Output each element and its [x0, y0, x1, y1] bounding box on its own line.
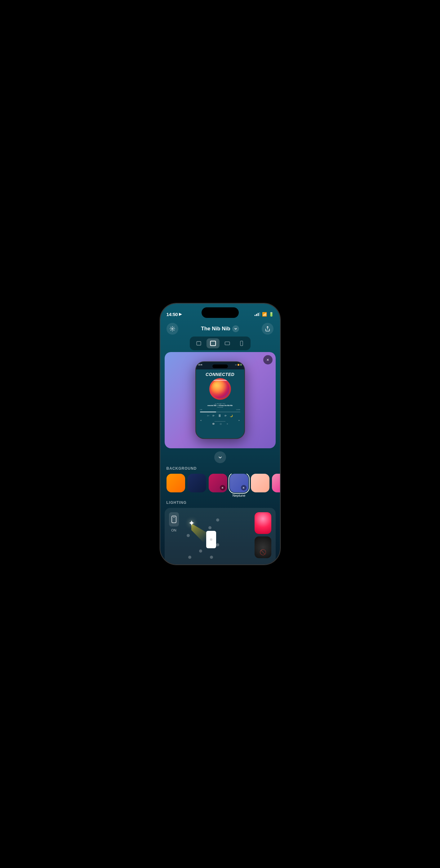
- mini-device-button: [210, 538, 212, 541]
- no-lighting-icon: 🚫: [260, 549, 266, 556]
- layout-tab-small[interactable]: [192, 338, 205, 348]
- battery-icon: 🔋: [269, 312, 274, 317]
- layout-tab-phone[interactable]: [235, 338, 248, 348]
- svg-rect-2: [197, 341, 201, 345]
- swatch-wrap-pink: [272, 474, 280, 497]
- mockup-status-bar: 20:45 ▪▪▪ 📶 🔋: [198, 364, 242, 366]
- swatch-orange[interactable]: [167, 474, 185, 492]
- phone-screen: 14:50 ▶ 📶 🔋: [160, 304, 280, 564]
- dot-6: [188, 556, 191, 559]
- location-icon: ▶: [179, 312, 182, 316]
- swatch-sun-icon: ☀: [220, 485, 226, 491]
- mockup-rewind-icon: ⟳: [212, 414, 214, 417]
- mockup-action-icons: 💬 ⊡ ≡: [212, 423, 228, 425]
- swatch-neptune-label: Neptune: [233, 494, 245, 497]
- time-display: 14:50: [167, 312, 178, 317]
- status-icons: 📶 🔋: [255, 312, 274, 317]
- wifi-icon: 📶: [262, 312, 267, 317]
- light-source-icon: ✦: [188, 519, 195, 528]
- header: The Nib Nib: [160, 320, 280, 337]
- lighting-color-none[interactable]: 🚫: [255, 536, 271, 558]
- mockup-time: 20:45: [198, 364, 202, 366]
- lighting-color-red[interactable]: [255, 512, 271, 534]
- mockup-controls: 1× ⟳ ⏸ ⟳ 🌙: [207, 413, 233, 418]
- mockup-show-title: CONNECTED: [206, 372, 234, 377]
- swatch-peach[interactable]: [251, 474, 269, 492]
- swatch-wrap-dark-blue: [188, 474, 206, 497]
- swatch-wrap-neptune: ☀ Neptune: [230, 474, 248, 497]
- close-preview-button[interactable]: ×: [263, 355, 273, 365]
- swatch-pink[interactable]: [272, 474, 280, 492]
- mockup-captions-icon: 💬: [212, 423, 215, 425]
- swatch-wrap-magenta: ☀: [209, 474, 227, 497]
- lighting-device-icon: [169, 512, 179, 527]
- lighting-toggle-group: ON: [169, 512, 179, 562]
- mockup-app-content: CONNECTED 26 JANUARY 2022 nnected 382 — …: [196, 369, 244, 438]
- mockup-track-info: 26 JANUARY 2022 nnected 382 — It Does th…: [206, 402, 234, 408]
- mockup-speed-icon: 1×: [207, 415, 209, 416]
- mockup-forward-icon: ⟳: [225, 414, 227, 417]
- swatch-dark-blue[interactable]: [188, 474, 206, 492]
- dot-2: [208, 526, 211, 529]
- content-area: × 20:45 ▪▪▪ 📶 🔋 CONNECTED: [160, 352, 280, 564]
- dot-4: [216, 543, 219, 547]
- share-button[interactable]: [262, 323, 273, 335]
- mockup-bottom-controls: ◄ ⎯⎯⎯⎯⎯⎯⎯ ►: [200, 419, 240, 422]
- lighting-color-options: 🚫: [255, 512, 271, 562]
- mockup-progress-bar: [200, 412, 240, 412]
- swatch-wrap-orange: [167, 474, 185, 497]
- swatch-wrap-peach: [251, 474, 269, 497]
- restaurant-name: The Nib Nib: [201, 326, 230, 332]
- dot-7: [210, 556, 213, 559]
- signal-icon: [255, 312, 260, 316]
- lighting-label: LIGHTING: [160, 500, 280, 505]
- mockup-artwork: [209, 378, 231, 400]
- background-swatches: ☀ ☀ Neptune: [160, 474, 280, 497]
- lighting-canvas: ✦: [182, 512, 251, 562]
- lighting-panel: ON ✦: [165, 508, 276, 564]
- dot-5: [199, 550, 202, 553]
- mini-device-mockup: [206, 531, 216, 548]
- dropdown-button[interactable]: [232, 326, 239, 332]
- svg-point-0: [171, 328, 173, 330]
- power-button[interactable]: [280, 360, 281, 384]
- svg-rect-4: [225, 342, 230, 345]
- svg-rect-5: [240, 341, 243, 346]
- mockup-phone: 20:45 ▪▪▪ 📶 🔋 CONNECTED: [195, 361, 245, 439]
- swatch-neptune[interactable]: ☀: [230, 474, 248, 492]
- mockup-status-icons: ▪▪▪ 📶 🔋: [235, 364, 242, 366]
- mockup-progress-fill: [200, 412, 216, 412]
- mockup-list-icon: ≡: [227, 423, 228, 425]
- dot-1: [216, 519, 219, 522]
- swatch-sun-neptune-icon: ☀: [241, 485, 246, 491]
- mockup-pause-icon: ⏸: [218, 413, 222, 418]
- mockup-track-subtitle: Connected: [207, 406, 233, 408]
- dot-3: [187, 534, 190, 537]
- preview-card: × 20:45 ▪▪▪ 📶 🔋 CONNECTED: [165, 352, 276, 448]
- status-time: 14:50 ▶: [167, 312, 182, 317]
- settings-button[interactable]: [167, 323, 178, 335]
- background-label: BACKGROUND: [160, 466, 280, 471]
- layout-tab-large[interactable]: [206, 338, 219, 348]
- mockup-sleep-icon: 🌙: [230, 414, 233, 417]
- lighting-on-label: ON: [171, 528, 176, 532]
- swatch-magenta[interactable]: ☀: [209, 474, 227, 492]
- collapse-button[interactable]: [214, 452, 226, 463]
- phone-device: 14:50 ▶ 📶 🔋: [160, 303, 281, 565]
- dynamic-island: [202, 307, 239, 318]
- mockup-time-display: 0:00 1:23:04: [200, 409, 240, 410]
- mockup-airplay-icon: ⊡: [220, 423, 222, 425]
- header-title-group: The Nib Nib: [201, 326, 239, 332]
- svg-rect-3: [210, 341, 215, 346]
- layout-tab-landscape[interactable]: [221, 338, 234, 348]
- layout-tabs: [190, 337, 250, 350]
